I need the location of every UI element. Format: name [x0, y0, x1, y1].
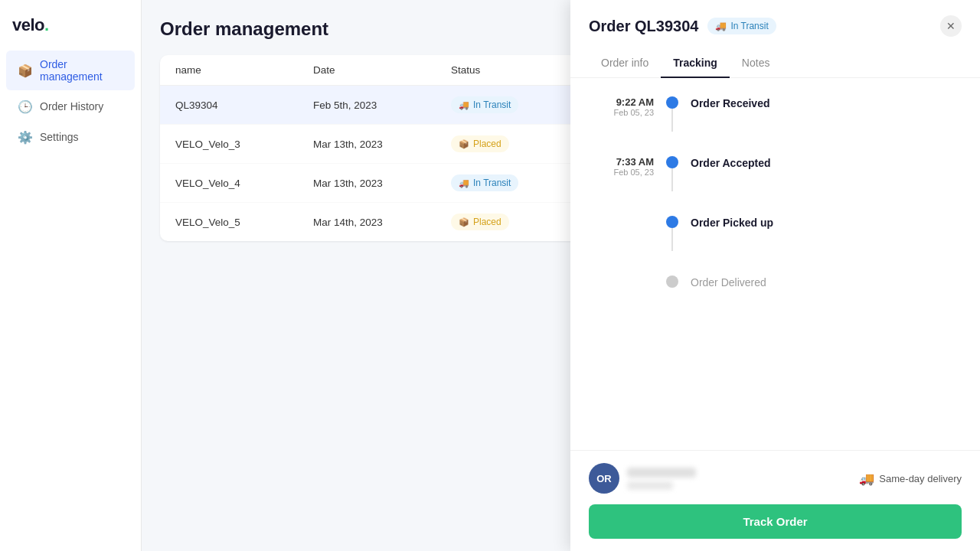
transit-icon: 🚚	[459, 100, 469, 110]
delivery-truck-icon: 🚚	[859, 471, 874, 486]
row-date: Mar 14th, 2023	[313, 217, 451, 228]
logo-dot: .	[44, 15, 49, 34]
delivery-badge: 🚚 Same-day delivery	[859, 471, 962, 486]
sidebar: velo. 📦 Order management 🕒 Order History…	[0, 0, 142, 551]
customer-info: OR	[589, 463, 696, 494]
row-status: 🚚 In Transit	[451, 174, 589, 191]
logo: velo.	[0, 12, 141, 51]
row-name: VELO_Velo_4	[175, 178, 313, 189]
panel-title: Order QL39304	[589, 18, 698, 35]
sidebar-item-label: Settings	[40, 131, 79, 143]
timeline-label-received: Order Received	[691, 96, 770, 112]
timeline-dot-container	[666, 276, 678, 288]
tab-notes[interactable]: Notes	[730, 49, 782, 78]
timeline-dot-delivered	[666, 276, 678, 288]
row-name: VELO_Velo_3	[175, 139, 313, 150]
row-name: QL39304	[175, 99, 313, 111]
sidebar-item-order-history[interactable]: 🕒 Order History	[6, 92, 135, 121]
row-status: 📦 Placed	[451, 214, 589, 230]
sidebar-item-order-management[interactable]: 📦 Order management	[6, 51, 135, 90]
settings-icon: ⚙️	[18, 130, 32, 144]
timeline-time: 7:33 AM Feb 05, 23	[589, 156, 654, 177]
placed-icon: 📦	[459, 217, 469, 227]
sidebar-item-settings[interactable]: ⚙️ Settings	[6, 122, 135, 152]
logo-brand: velo	[12, 15, 44, 34]
panel-title-row: Order QL39304 🚚 In Transit	[589, 18, 776, 35]
timeline-item-delivered: Order Delivered	[589, 276, 962, 315]
tracking-timeline: 9:22 AM Feb 05, 23 Order Received 7:33 A…	[589, 96, 962, 315]
placed-icon: 📦	[459, 139, 469, 149]
timeline-dot-container	[666, 96, 678, 132]
sidebar-item-label: Order management	[40, 58, 122, 83]
transit-badge-icon: 🚚	[715, 21, 727, 31]
tab-tracking[interactable]: Tracking	[661, 49, 730, 78]
tracking-content: 9:22 AM Feb 05, 23 Order Received 7:33 A…	[570, 78, 980, 450]
row-date: Mar 13th, 2023	[313, 178, 451, 189]
timeline-label-picked-up: Order Picked up	[691, 216, 773, 231]
timeline-dot-received	[666, 96, 678, 109]
col-date: Date	[313, 64, 451, 76]
col-name: name	[175, 64, 313, 76]
timeline-line	[671, 168, 673, 191]
tab-order-info[interactable]: Order info	[589, 49, 661, 78]
row-name: VELO_Velo_5	[175, 217, 313, 228]
panel-status-badge: 🚚 In Transit	[707, 18, 776, 34]
panel-header: Order QL39304 🚚 In Transit ✕	[570, 0, 980, 37]
row-status: 📦 Placed	[451, 135, 589, 152]
panel-footer: OR 🚚 Same-day delivery Track Order	[570, 450, 980, 551]
col-status: Status	[451, 64, 589, 76]
timeline-item-received: 9:22 AM Feb 05, 23 Order Received	[589, 96, 962, 156]
row-date: Feb 5th, 2023	[313, 99, 451, 111]
close-panel-button[interactable]: ✕	[940, 15, 962, 37]
timeline-time: 9:22 AM Feb 05, 23	[589, 96, 654, 117]
timeline-line	[671, 228, 673, 251]
order-detail-panel: Order QL39304 🚚 In Transit ✕ Order info …	[570, 0, 980, 551]
customer-avatar: OR	[589, 463, 619, 494]
row-date: Mar 13th, 2023	[313, 139, 451, 150]
timeline-dot-container	[666, 216, 678, 251]
timeline-label-delivered: Order Delivered	[691, 276, 766, 291]
order-management-icon: 📦	[18, 64, 32, 77]
timeline-line	[671, 109, 673, 132]
timeline-label-accepted: Order Accepted	[691, 156, 771, 171]
sidebar-item-label: Order History	[40, 100, 103, 112]
customer-details	[627, 468, 696, 490]
timeline-item-picked-up: Order Picked up	[589, 216, 962, 276]
sidebar-nav: 📦 Order management 🕒 Order History ⚙️ Se…	[0, 51, 141, 152]
timeline-dot-accepted	[666, 156, 678, 168]
row-status: 🚚 In Transit	[451, 96, 589, 113]
timeline-item-accepted: 7:33 AM Feb 05, 23 Order Accepted	[589, 156, 962, 216]
timeline-dot-picked-up	[666, 216, 678, 228]
transit-icon: 🚚	[459, 178, 469, 188]
panel-tabs: Order info Tracking Notes	[570, 49, 980, 78]
timeline-dot-container	[666, 156, 678, 191]
history-icon: 🕒	[18, 99, 32, 113]
customer-row: OR 🚚 Same-day delivery	[589, 463, 962, 494]
track-order-button[interactable]: Track Order	[589, 504, 962, 539]
